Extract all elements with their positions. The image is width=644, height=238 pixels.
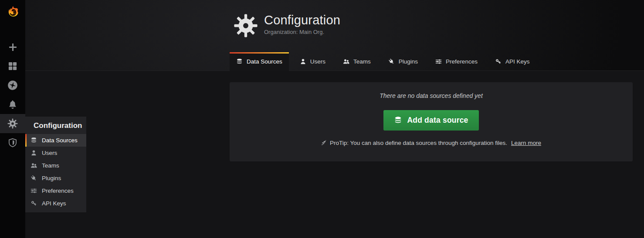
plug-icon	[388, 58, 395, 65]
tab-teams[interactable]: Teams	[336, 52, 377, 71]
flyout-item-label: Preferences	[42, 188, 74, 194]
sliders-icon	[31, 188, 37, 194]
users-icon	[343, 58, 349, 65]
sidebar-item-create[interactable]	[0, 37, 25, 57]
user-icon	[31, 150, 37, 156]
grafana-logo-icon	[5, 5, 20, 20]
database-icon	[236, 58, 243, 65]
protip-text: ProTip: You can also define data sources…	[330, 140, 507, 146]
gear-icon	[7, 118, 18, 129]
flyout-item-users[interactable]: Users	[25, 147, 86, 159]
side-menu	[0, 0, 25, 238]
page-subtitle: Organization: Main Org.	[264, 29, 340, 35]
database-icon	[394, 116, 402, 124]
side-nav	[0, 37, 25, 152]
page-header: Configuration Organization: Main Org. Da…	[25, 0, 644, 71]
flyout-item-preferences[interactable]: Preferences	[25, 184, 86, 197]
sidebar-item-server-admin[interactable]	[0, 133, 25, 152]
sidebar-item-explore[interactable]	[0, 76, 25, 95]
page-header-content: Configuration Organization: Main Org.	[234, 13, 340, 38]
grafana-logo[interactable]	[0, 0, 25, 25]
add-data-source-button[interactable]: Add data source	[383, 110, 478, 131]
tab-bar: Data Sources Users Teams Plugins	[230, 52, 540, 71]
plus-icon	[8, 43, 17, 52]
dashboards-icon	[8, 61, 17, 71]
users-icon	[31, 162, 37, 169]
protip: ProTip: You can also define data sources…	[321, 140, 541, 146]
tab-label: Users	[310, 58, 325, 65]
empty-state-message: There are no data sources defined yet	[380, 92, 483, 99]
flyout-item-data-sources[interactable]: Data Sources	[25, 134, 86, 147]
flyout-item-label: Plugins	[42, 175, 61, 181]
flyout-item-label: Data Sources	[42, 137, 78, 144]
database-icon	[31, 137, 37, 144]
empty-datasources-panel: There are no data sources defined yet Ad…	[230, 82, 633, 161]
tab-users[interactable]: Users	[293, 52, 332, 71]
flyout-item-label: Users	[42, 150, 57, 156]
configuration-flyout-menu: Configuration Data Sources Users Teams P	[25, 117, 86, 212]
sidebar-item-configuration[interactable]	[0, 114, 25, 133]
shield-icon	[8, 138, 17, 147]
tab-label: Data Sources	[247, 58, 282, 65]
page-title-block: Configuration Organization: Main Org.	[264, 13, 340, 38]
flyout-item-api-keys[interactable]: API Keys	[25, 197, 86, 210]
bell-icon	[8, 100, 17, 109]
page-title: Configuration	[264, 13, 340, 27]
tab-label: API Keys	[505, 58, 530, 65]
user-icon	[300, 58, 306, 65]
flyout-item-plugins[interactable]: Plugins	[25, 172, 86, 184]
add-data-source-label: Add data source	[407, 116, 468, 125]
explore-compass-icon	[7, 80, 18, 91]
tab-data-sources[interactable]: Data Sources	[230, 52, 289, 71]
sidebar-item-dashboards[interactable]	[0, 57, 25, 76]
key-icon	[31, 200, 37, 207]
configuration-gear-icon	[234, 13, 258, 38]
rocket-icon	[321, 140, 327, 146]
tab-label: Teams	[353, 58, 371, 65]
flyout-item-teams[interactable]: Teams	[25, 159, 86, 172]
key-icon	[495, 58, 502, 65]
flyout-item-label: Teams	[42, 162, 59, 169]
plug-icon	[31, 175, 37, 181]
sliders-icon	[435, 58, 442, 65]
tab-plugins[interactable]: Plugins	[382, 52, 424, 71]
learn-more-link[interactable]: Learn more	[511, 140, 541, 146]
flyout-item-label: API Keys	[42, 200, 66, 207]
flyout-title: Configuration	[25, 117, 86, 134]
main-content: There are no data sources defined yet Ad…	[25, 71, 644, 238]
tab-api-keys[interactable]: API Keys	[488, 52, 536, 71]
tab-label: Plugins	[399, 58, 418, 65]
tab-label: Preferences	[446, 58, 478, 65]
sidebar-item-alerting[interactable]	[0, 95, 25, 114]
tab-preferences[interactable]: Preferences	[429, 52, 484, 71]
